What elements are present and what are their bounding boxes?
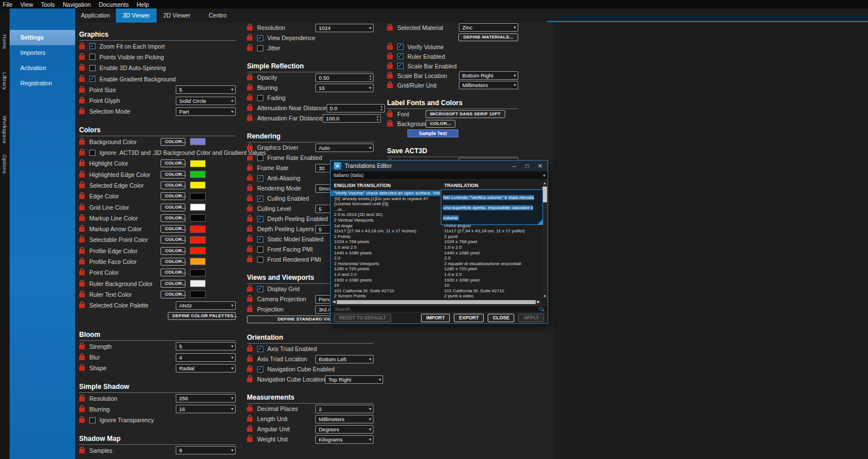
lock-icon[interactable] — [79, 194, 85, 199]
checkbox[interactable] — [257, 246, 263, 253]
dropdown[interactable]: ANSI — [176, 301, 236, 310]
lock-icon[interactable] — [79, 45, 85, 49]
color-swatch[interactable] — [190, 193, 206, 200]
lock-icon[interactable] — [79, 238, 85, 243]
lock-icon[interactable] — [247, 46, 253, 51]
lock-icon[interactable] — [79, 282, 85, 287]
color-swatch[interactable] — [190, 226, 206, 233]
color-swatch[interactable] — [190, 214, 206, 222]
dropdown[interactable]: Kilograms — [315, 435, 374, 444]
checkbox[interactable] — [257, 155, 263, 161]
checkbox[interactable] — [257, 366, 263, 373]
lock-icon[interactable] — [79, 356, 85, 360]
dock-tab[interactable]: Home — [2, 34, 7, 49]
color-swatch[interactable] — [190, 236, 206, 244]
checkbox[interactable] — [257, 286, 263, 292]
search-input[interactable] — [331, 306, 539, 312]
translation-row[interactable]: 1920 x 1080 pixels 1920 x 1080 pixel — [331, 278, 542, 283]
translation-row[interactable]: 1024 x 768 pixels 1024 x 768 pixel — [331, 239, 542, 245]
lock-icon[interactable] — [79, 249, 85, 254]
tab[interactable]: Centro — [197, 8, 238, 23]
dropdown[interactable]: Bottom Left — [315, 355, 374, 363]
color-button[interactable]: COLOR... — [160, 280, 185, 288]
lock-icon[interactable] — [247, 76, 253, 80]
checkbox[interactable] — [257, 35, 263, 41]
menu-item[interactable]: Documents — [99, 1, 129, 8]
tab[interactable]: 2D Viewer — [157, 8, 197, 23]
dropdown[interactable]: 5 — [176, 342, 236, 350]
lock-icon[interactable] — [387, 45, 393, 50]
lock-icon[interactable] — [247, 347, 253, 352]
lock-icon[interactable] — [79, 173, 85, 177]
color-button[interactable]: COLOR... — [160, 138, 185, 146]
checkbox[interactable] — [397, 53, 403, 59]
number-spinner[interactable]: 0.0 — [327, 104, 385, 112]
horizontal-scrollbar[interactable]: ◀ ▶ — [332, 299, 541, 305]
color-swatch[interactable] — [190, 247, 206, 254]
lock-icon[interactable] — [387, 64, 393, 69]
dropdown[interactable]: 2 — [315, 405, 374, 413]
minimize-icon[interactable]: – — [510, 163, 518, 169]
lock-icon[interactable] — [247, 367, 253, 372]
lock-icon[interactable] — [79, 271, 85, 275]
color-button[interactable]: COLOR... — [160, 269, 185, 276]
color-button[interactable]: COLOR... — [160, 236, 185, 244]
color-button[interactable]: COLOR... — [160, 214, 185, 222]
lock-icon[interactable] — [79, 260, 85, 265]
dropdown[interactable]: 1024 — [315, 24, 374, 32]
checkbox[interactable] — [89, 417, 96, 423]
scroll-right-icon[interactable]: ▶ — [536, 299, 541, 305]
lock-icon[interactable] — [79, 162, 85, 166]
lock-icon[interactable] — [387, 74, 393, 79]
dropdown[interactable]: Bottom Right — [459, 71, 518, 80]
lock-icon[interactable] — [247, 207, 253, 211]
checkbox[interactable] — [89, 65, 96, 71]
dialog-button[interactable]: EXPORT — [454, 314, 484, 322]
color-swatch[interactable] — [190, 258, 206, 265]
lock-icon[interactable] — [247, 26, 253, 31]
dropdown[interactable]: Solid Circle — [176, 97, 236, 105]
dropdown[interactable]: Millimeters — [315, 415, 374, 423]
lock-icon[interactable] — [247, 197, 253, 201]
dropdown[interactable]: Radial — [176, 364, 236, 373]
lock-icon[interactable] — [247, 297, 253, 302]
checkbox[interactable] — [257, 45, 263, 51]
checkbox[interactable] — [257, 257, 263, 263]
dialog-button[interactable]: IMPORT — [421, 314, 450, 322]
color-button[interactable]: COLOR... — [160, 225, 185, 233]
lock-icon[interactable] — [247, 146, 253, 150]
lock-icon[interactable] — [387, 55, 393, 59]
checkbox[interactable] — [257, 236, 263, 243]
lock-icon[interactable] — [247, 427, 253, 432]
dock-tab[interactable]: Options — [2, 154, 7, 174]
translation-row[interactable]: 1.0 and 2.0 1.0 e 2.0 — [331, 245, 542, 250]
translation-row[interactable]: 1.0 and 2.0 1.0 e 2.0 — [331, 272, 542, 278]
checkbox[interactable] — [89, 76, 96, 82]
lock-icon[interactable] — [79, 184, 85, 188]
color-swatch[interactable] — [190, 171, 206, 178]
lock-icon[interactable] — [79, 293, 85, 297]
translation-row[interactable]: 101 California St. Suite #2710 101 Calif… — [331, 288, 542, 294]
lock-icon[interactable] — [79, 206, 85, 210]
color-swatch[interactable] — [190, 138, 206, 145]
lock-icon[interactable] — [79, 227, 85, 232]
lock-icon[interactable] — [79, 77, 85, 82]
color-swatch[interactable] — [190, 181, 206, 189]
color-button[interactable]: COLOR... — [160, 192, 185, 200]
dropdown[interactable]: 8 — [176, 446, 236, 454]
menu-item[interactable]: File — [3, 1, 12, 8]
lock-icon[interactable] — [79, 397, 85, 401]
dialog-button[interactable]: APPLY — [518, 314, 544, 322]
scrollbar-thumb[interactable] — [542, 187, 547, 202]
dropdown[interactable]: Part — [176, 107, 236, 116]
dropdown[interactable]: 16 — [315, 84, 374, 92]
lock-icon[interactable] — [247, 36, 253, 41]
lock-icon[interactable] — [79, 66, 85, 71]
checkbox[interactable] — [89, 43, 96, 49]
menu-item[interactable]: Navigation — [63, 1, 91, 8]
checkbox[interactable] — [257, 175, 263, 181]
tab[interactable]: Application — [75, 8, 116, 23]
dropdown[interactable]: Auto — [315, 144, 374, 152]
lock-icon[interactable] — [247, 217, 253, 222]
lock-icon[interactable] — [79, 366, 85, 371]
